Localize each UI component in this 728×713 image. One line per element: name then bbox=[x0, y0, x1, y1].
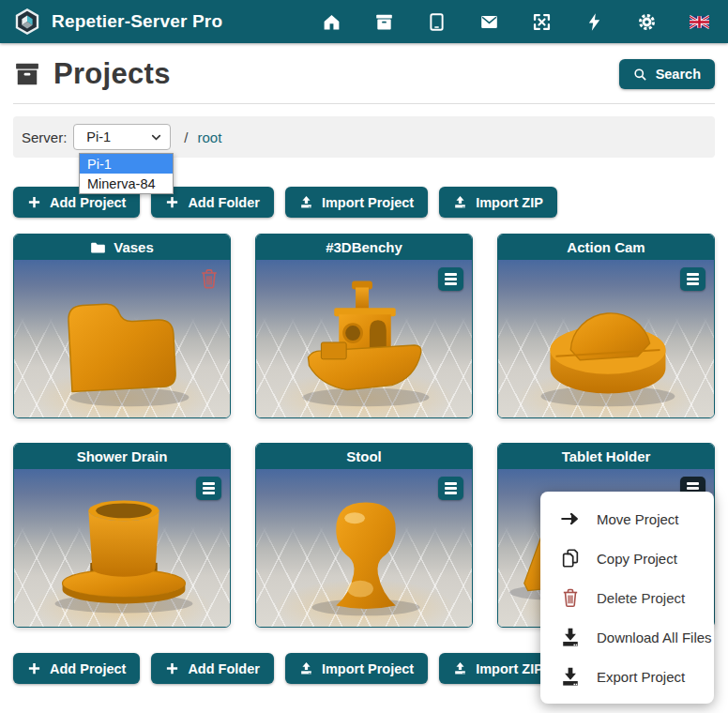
card-title: Stool bbox=[346, 448, 382, 464]
breadcrumb-root-link[interactable]: root bbox=[198, 129, 222, 145]
gear-icon[interactable] bbox=[636, 11, 657, 32]
menu-item-export-project[interactable]: Export Project bbox=[540, 657, 714, 696]
card-title: Action Cam bbox=[567, 239, 645, 255]
server-bar: Server: Pi-1 Pi-1 Minerva-84 / root bbox=[13, 116, 715, 158]
card-thumbnail[interactable] bbox=[14, 469, 230, 627]
copy-icon bbox=[560, 548, 581, 569]
project-card-3dbenchy: #3DBenchy bbox=[255, 234, 473, 418]
upload-icon bbox=[453, 195, 467, 209]
hamburger-icon bbox=[687, 482, 699, 485]
card-thumbnail[interactable] bbox=[256, 260, 472, 417]
import-project-button[interactable]: Import Project bbox=[285, 653, 428, 684]
plus-icon bbox=[165, 195, 179, 209]
add-folder-button[interactable]: Add Folder bbox=[151, 653, 274, 684]
card-title: #3DBenchy bbox=[326, 239, 402, 255]
menu-item-label: Delete Project bbox=[597, 590, 685, 606]
repetier-logo-icon bbox=[13, 8, 41, 36]
card-header[interactable]: #3DBenchy bbox=[256, 235, 472, 260]
card-thumbnail[interactable] bbox=[256, 469, 472, 627]
brand-name: Repetier-Server Pro bbox=[52, 11, 222, 32]
chevron-down-icon bbox=[150, 131, 162, 144]
card-menu-button[interactable] bbox=[680, 267, 705, 291]
project-context-menu: Move Project Copy Project Delete Project… bbox=[540, 492, 714, 704]
plus-icon bbox=[165, 661, 179, 675]
server-option[interactable]: Minerva-84 bbox=[80, 174, 173, 193]
menu-item-label: Move Project bbox=[597, 511, 679, 527]
plus-icon bbox=[27, 661, 41, 675]
page-header: Projects Search bbox=[13, 55, 715, 93]
menu-item-label: Download All Files bbox=[597, 630, 712, 645]
card-menu-button[interactable] bbox=[438, 267, 463, 291]
card-title: Tablet Holder bbox=[562, 448, 651, 464]
card-thumbnail[interactable] bbox=[14, 260, 230, 417]
server-option[interactable]: Pi-1 bbox=[80, 154, 173, 174]
card-menu-button[interactable] bbox=[196, 477, 221, 500]
hamburger-icon bbox=[687, 273, 699, 276]
search-button-label: Search bbox=[656, 67, 701, 82]
navbar-icons bbox=[321, 11, 709, 32]
upload-icon bbox=[453, 661, 467, 675]
upload-icon bbox=[299, 195, 313, 209]
folder-3d-render bbox=[14, 260, 230, 417]
menu-item-label: Export Project bbox=[597, 669, 685, 685]
expand-icon[interactable] bbox=[531, 11, 552, 32]
card-header[interactable]: Stool bbox=[256, 444, 472, 469]
menu-item-label: Copy Project bbox=[597, 551, 677, 567]
archive-icon[interactable] bbox=[373, 11, 394, 32]
search-button[interactable]: Search bbox=[619, 59, 715, 89]
server-select[interactable]: Pi-1 bbox=[73, 124, 171, 150]
menu-item-download-all-files[interactable]: Download All Files bbox=[540, 617, 714, 657]
bolt-icon[interactable] bbox=[584, 11, 604, 32]
page-title: Projects bbox=[53, 57, 171, 91]
card-header[interactable]: Tablet Holder bbox=[498, 444, 714, 469]
folder-icon bbox=[90, 241, 106, 254]
menu-item-delete-project[interactable]: Delete Project bbox=[540, 578, 714, 617]
archive-icon bbox=[13, 60, 41, 88]
arrow-right-icon bbox=[560, 508, 581, 529]
breadcrumb-separator: / bbox=[184, 129, 188, 145]
import-zip-button[interactable]: Import ZIP bbox=[439, 187, 557, 218]
project-card-vases: Vases bbox=[13, 234, 231, 418]
project-card-shower-drain: Shower Drain bbox=[13, 443, 231, 628]
import-project-button[interactable]: Import Project bbox=[285, 187, 428, 218]
tablet-icon[interactable] bbox=[426, 11, 447, 32]
home-icon[interactable] bbox=[321, 11, 341, 32]
project-grid-row-1: Vases #3DBenchy bbox=[13, 234, 715, 418]
card-title: Vases bbox=[114, 239, 154, 255]
upload-icon bbox=[299, 661, 313, 675]
server-option-list: Pi-1 Minerva-84 bbox=[79, 153, 174, 194]
hamburger-icon bbox=[445, 273, 457, 276]
card-thumbnail[interactable] bbox=[498, 260, 714, 417]
download-icon bbox=[560, 666, 581, 687]
card-header[interactable]: Vases bbox=[14, 235, 230, 260]
server-select-value: Pi-1 bbox=[86, 129, 150, 144]
trash-icon bbox=[560, 587, 581, 608]
project-card-action-cam: Action Cam bbox=[497, 234, 715, 418]
card-title: Shower Drain bbox=[77, 448, 168, 464]
server-label: Server: bbox=[22, 129, 67, 145]
menu-item-copy-project[interactable]: Copy Project bbox=[540, 539, 714, 578]
uk-flag-icon[interactable] bbox=[689, 11, 709, 32]
delete-folder-icon[interactable] bbox=[199, 267, 220, 290]
card-header[interactable]: Action Cam bbox=[498, 235, 714, 260]
hamburger-icon bbox=[445, 482, 457, 485]
project-card-stool: Stool bbox=[255, 443, 473, 628]
hamburger-icon bbox=[203, 482, 215, 485]
header-divider bbox=[13, 103, 715, 104]
card-header[interactable]: Shower Drain bbox=[14, 444, 230, 469]
download-icon bbox=[560, 627, 581, 647]
plus-icon bbox=[27, 195, 41, 209]
navbar: Repetier-Server Pro bbox=[0, 0, 728, 43]
menu-item-move-project[interactable]: Move Project bbox=[540, 499, 714, 539]
add-project-button[interactable]: Add Project bbox=[13, 653, 140, 684]
card-menu-button[interactable] bbox=[438, 477, 463, 500]
mail-icon[interactable] bbox=[478, 11, 499, 32]
